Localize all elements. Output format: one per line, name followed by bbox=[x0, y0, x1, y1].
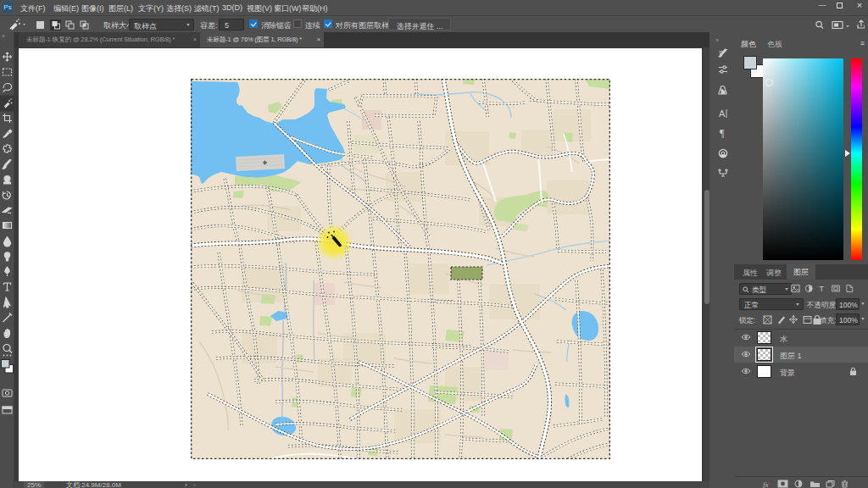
svg-text:»: » bbox=[715, 37, 719, 43]
svg-text:T: T bbox=[819, 284, 824, 293]
svg-text:¶: ¶ bbox=[720, 127, 725, 139]
svg-text:A: A bbox=[719, 108, 726, 119]
svg-text:fx: fx bbox=[763, 480, 769, 488]
